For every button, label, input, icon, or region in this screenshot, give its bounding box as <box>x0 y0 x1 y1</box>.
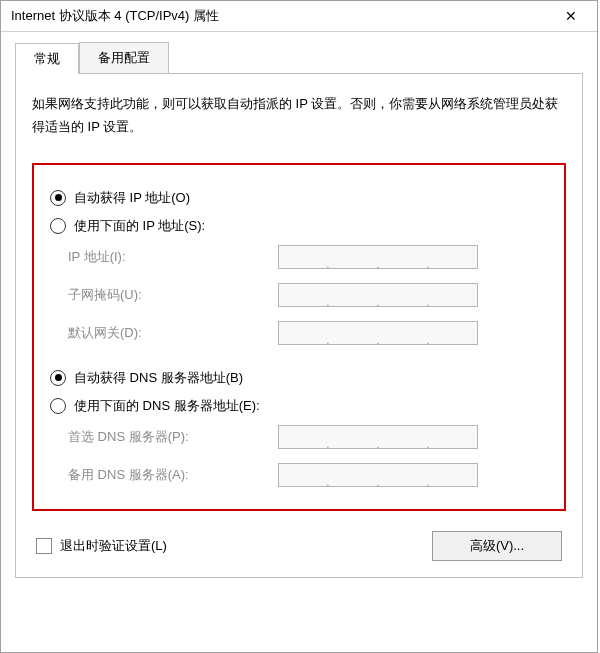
gateway-label: 默认网关(D): <box>68 324 278 342</box>
field-alternate-dns: 备用 DNS 服务器(A): ... <box>68 463 550 487</box>
tab-page-general: 如果网络支持此功能，则可以获取自动指派的 IP 设置。否则，你需要从网络系统管理… <box>15 74 583 578</box>
field-preferred-dns: 首选 DNS 服务器(P): ... <box>68 425 550 449</box>
subnet-label: 子网掩码(U): <box>68 286 278 304</box>
advanced-button[interactable]: 高级(V)... <box>432 531 562 561</box>
radio-icon <box>50 218 66 234</box>
validate-label: 退出时验证设置(L) <box>60 537 167 555</box>
tab-strip: 常规 备用配置 <box>15 42 583 74</box>
radio-auto-dns-label: 自动获得 DNS 服务器地址(B) <box>74 369 243 387</box>
intro-text: 如果网络支持此功能，则可以获取自动指派的 IP 设置。否则，你需要从网络系统管理… <box>32 92 566 139</box>
radio-manual-dns-label: 使用下面的 DNS 服务器地址(E): <box>74 397 260 415</box>
dialog-window: Internet 协议版本 4 (TCP/IPv4) 属性 ✕ 常规 备用配置 … <box>0 0 598 653</box>
highlight-box: 自动获得 IP 地址(O) 使用下面的 IP 地址(S): IP 地址(I): … <box>32 163 566 511</box>
preferred-dns-label: 首选 DNS 服务器(P): <box>68 428 278 446</box>
radio-icon <box>50 190 66 206</box>
tab-general[interactable]: 常规 <box>15 43 79 74</box>
radio-manual-ip-label: 使用下面的 IP 地址(S): <box>74 217 205 235</box>
bottom-row: 退出时验证设置(L) 高级(V)... <box>32 531 566 561</box>
alternate-dns-label: 备用 DNS 服务器(A): <box>68 466 278 484</box>
ip-address-label: IP 地址(I): <box>68 248 278 266</box>
window-title: Internet 协议版本 4 (TCP/IPv4) 属性 <box>11 7 551 25</box>
radio-auto-ip[interactable]: 自动获得 IP 地址(O) <box>50 189 550 207</box>
radio-manual-dns[interactable]: 使用下面的 DNS 服务器地址(E): <box>50 397 550 415</box>
ip-address-input[interactable]: ... <box>278 245 478 269</box>
radio-icon <box>50 370 66 386</box>
checkbox-icon <box>36 538 52 554</box>
alternate-dns-input[interactable]: ... <box>278 463 478 487</box>
preferred-dns-input[interactable]: ... <box>278 425 478 449</box>
radio-auto-ip-label: 自动获得 IP 地址(O) <box>74 189 190 207</box>
radio-auto-dns[interactable]: 自动获得 DNS 服务器地址(B) <box>50 369 550 387</box>
subnet-input[interactable]: ... <box>278 283 478 307</box>
content-area: 常规 备用配置 如果网络支持此功能，则可以获取自动指派的 IP 设置。否则，你需… <box>1 32 597 652</box>
close-icon[interactable]: ✕ <box>551 6 591 26</box>
gateway-input[interactable]: ... <box>278 321 478 345</box>
field-gateway: 默认网关(D): ... <box>68 321 550 345</box>
radio-icon <box>50 398 66 414</box>
titlebar: Internet 协议版本 4 (TCP/IPv4) 属性 ✕ <box>1 1 597 32</box>
tab-alternate[interactable]: 备用配置 <box>79 42 169 73</box>
field-subnet: 子网掩码(U): ... <box>68 283 550 307</box>
radio-manual-ip[interactable]: 使用下面的 IP 地址(S): <box>50 217 550 235</box>
validate-checkbox-row[interactable]: 退出时验证设置(L) <box>36 537 167 555</box>
field-ip-address: IP 地址(I): ... <box>68 245 550 269</box>
